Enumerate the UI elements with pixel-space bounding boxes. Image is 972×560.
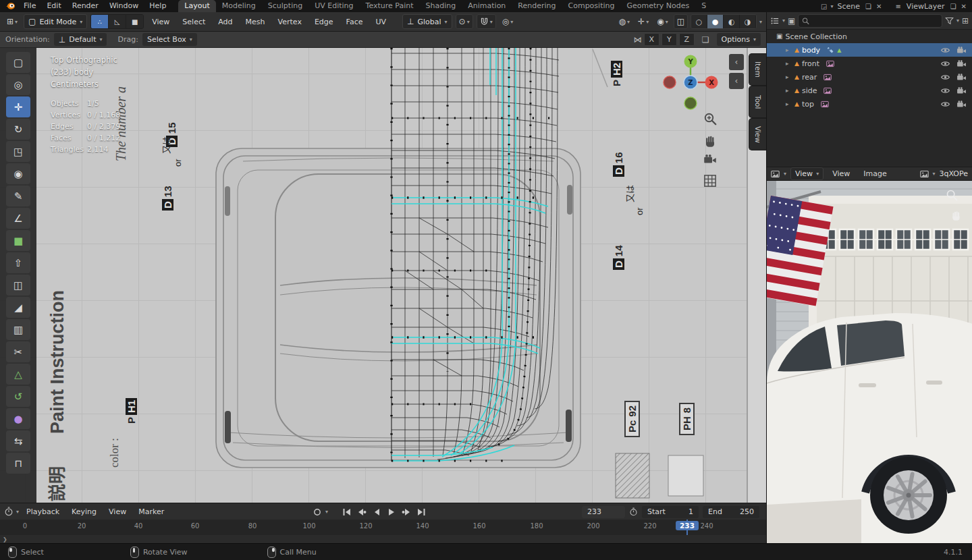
scene-new-icon[interactable]: ❏ bbox=[864, 3, 873, 10]
tool-move-button[interactable]: ✛ bbox=[6, 96, 30, 117]
tool-scale-button[interactable]: ◳ bbox=[6, 141, 30, 162]
tool-rotate-button[interactable]: ↻ bbox=[6, 119, 30, 140]
hide-eye-toggle[interactable] bbox=[940, 101, 950, 108]
jump-to-end-button[interactable] bbox=[414, 505, 428, 518]
pan-button[interactable] bbox=[703, 134, 717, 147]
tool-poly-build-button[interactable]: △ bbox=[6, 364, 30, 385]
mirror-y-toggle[interactable]: Y bbox=[662, 33, 677, 46]
xray-toggle[interactable]: ◫ bbox=[674, 14, 688, 29]
hide-eye-toggle[interactable] bbox=[940, 60, 950, 67]
overlays-selector[interactable]: ◉ ▾ bbox=[654, 15, 671, 28]
menu-mesh[interactable]: Mesh bbox=[241, 16, 270, 28]
tool-bevel-button[interactable]: ◢ bbox=[6, 297, 30, 318]
tool-smooth-button[interactable]: ● bbox=[6, 408, 30, 429]
outliner-editor-icon[interactable] bbox=[770, 17, 780, 25]
scene-selector[interactable]: Scene bbox=[836, 2, 863, 11]
zoom-button[interactable] bbox=[703, 112, 717, 125]
chevron-down-icon[interactable]: ▾ bbox=[16, 509, 19, 515]
menu-playback[interactable]: Playback bbox=[22, 505, 64, 518]
snap-base-icon[interactable]: ❏ bbox=[702, 36, 709, 44]
expand-icon[interactable]: ▸ bbox=[786, 60, 792, 67]
render-visibility-toggle[interactable] bbox=[956, 74, 967, 81]
outliner-row-body[interactable]: ▸ ▲ body ▲ bbox=[767, 43, 972, 57]
tool-measure-button[interactable]: ∠ bbox=[6, 208, 30, 229]
tab-rendering[interactable]: Rendering bbox=[512, 0, 562, 12]
tab-compositing[interactable]: Compositing bbox=[562, 0, 621, 12]
tab-animation[interactable]: Animation bbox=[462, 0, 512, 12]
scene-chevron-icon[interactable]: ▾ bbox=[831, 3, 834, 9]
shading-rendered-button[interactable]: ◑ bbox=[740, 15, 756, 28]
render-visibility-toggle[interactable] bbox=[956, 47, 967, 54]
expand-icon[interactable]: ▸ bbox=[786, 87, 792, 94]
region-expand-button[interactable]: ‹ bbox=[729, 54, 744, 70]
image-editor-icon[interactable] bbox=[771, 170, 780, 178]
snap-toggle[interactable]: ▾ bbox=[477, 14, 496, 29]
tool-loop-cut-button[interactable]: ▥ bbox=[6, 319, 30, 340]
viewlayer-selector[interactable]: ViewLayer bbox=[905, 2, 947, 11]
render-visibility-toggle[interactable] bbox=[956, 87, 967, 94]
timeline-track-area[interactable]: ❯ bbox=[0, 535, 766, 543]
hide-eye-toggle[interactable] bbox=[940, 87, 950, 94]
options-dropdown[interactable]: Options ▾ bbox=[717, 33, 761, 46]
tool-edge-slide-button[interactable]: ⇆ bbox=[6, 430, 30, 451]
use-preview-range-icon[interactable] bbox=[629, 507, 638, 516]
filter-icon[interactable] bbox=[945, 17, 954, 25]
play-reverse-button[interactable] bbox=[370, 505, 383, 518]
tab-geometry-nodes[interactable]: Geometry Nodes bbox=[620, 0, 695, 12]
proportional-edit-toggle[interactable]: ◎ ▾ bbox=[500, 15, 516, 28]
tool-annotate-button[interactable]: ✎ bbox=[6, 186, 30, 206]
render-visibility-toggle[interactable] bbox=[956, 60, 967, 67]
tab-layout[interactable]: Layout bbox=[178, 0, 215, 12]
frame-end-field[interactable]: End 250 bbox=[703, 506, 759, 518]
menu-help[interactable]: Help bbox=[144, 0, 171, 12]
edge-select-mode-button[interactable]: ◺ bbox=[109, 15, 126, 28]
timeline-editor-icon[interactable] bbox=[4, 507, 14, 516]
expand-icon[interactable]: ▸ bbox=[786, 74, 792, 80]
chevron-down-icon[interactable]: ▾ bbox=[956, 18, 959, 24]
jump-to-start-button[interactable] bbox=[340, 505, 354, 518]
search-input[interactable] bbox=[812, 16, 938, 26]
menu-select[interactable]: Select bbox=[178, 16, 210, 28]
pivot-point-selector[interactable]: ⊙ ▾ bbox=[456, 14, 473, 29]
outliner-search[interactable] bbox=[798, 14, 942, 28]
tool-rip-region-button[interactable]: ⊓ bbox=[6, 453, 30, 474]
outliner-row-top[interactable]: ▸ ▲ top bbox=[767, 97, 972, 111]
tool-inset-button[interactable]: ◫ bbox=[6, 275, 30, 296]
menu-timeline-view[interactable]: View bbox=[104, 505, 131, 518]
outliner-row-scene-collection[interactable]: ▣ Scene Collection bbox=[767, 30, 972, 43]
expand-icon[interactable]: ▸ bbox=[786, 101, 792, 107]
tool-add-cube-button[interactable]: ■ bbox=[6, 230, 30, 251]
menu-uv[interactable]: UV bbox=[371, 16, 391, 28]
previous-keyframe-button[interactable] bbox=[355, 505, 369, 518]
menu-edge[interactable]: Edge bbox=[310, 16, 338, 28]
playhead-frame-badge[interactable]: 233 bbox=[676, 521, 699, 530]
new-collection-button[interactable]: ⊞ bbox=[962, 17, 969, 25]
shading-solid-button[interactable]: ● bbox=[707, 15, 724, 28]
face-select-mode-button[interactable]: ■ bbox=[126, 15, 143, 28]
outliner-row-side[interactable]: ▸ ▲ side bbox=[767, 84, 972, 97]
editor-type-button[interactable]: ⊞ ▾ bbox=[4, 15, 20, 28]
mirror-z-toggle[interactable]: Z bbox=[679, 33, 695, 46]
gizmo-axis-negx[interactable] bbox=[664, 76, 676, 88]
image-name[interactable]: 3qXOPe bbox=[940, 169, 968, 178]
vertex-select-mode-button[interactable]: ∴ bbox=[91, 15, 109, 28]
transform-orientation-selector[interactable]: ⊥ Global ▾ bbox=[402, 14, 452, 29]
blender-logo-icon[interactable] bbox=[5, 2, 16, 10]
orientation-dropdown[interactable]: ⊥ Default ▾ bbox=[54, 33, 107, 46]
menu-add[interactable]: Add bbox=[213, 16, 237, 28]
menu-face[interactable]: Face bbox=[342, 16, 368, 28]
menu-edit[interactable]: Edit bbox=[41, 0, 66, 12]
outliner-row-rear[interactable]: ▸ ▲ rear bbox=[767, 70, 972, 84]
timeline-ruler[interactable]: 0 20 40 60 80 100 120 140 160 180 200 22… bbox=[0, 520, 766, 535]
region-expand-button-2[interactable]: ‹ bbox=[729, 73, 744, 89]
tool-cursor-button[interactable]: ◎ bbox=[6, 74, 30, 95]
menu-marker[interactable]: Marker bbox=[134, 505, 169, 518]
tab-uv-editing[interactable]: UV Editing bbox=[308, 0, 359, 12]
channel-expand-icon[interactable]: ❯ bbox=[3, 536, 7, 542]
viewlayer-remove-icon[interactable]: ✕ bbox=[960, 3, 968, 10]
menu-file[interactable]: File bbox=[18, 0, 41, 12]
gizmo-axis-negy[interactable] bbox=[684, 97, 697, 109]
outliner-row-front[interactable]: ▸ ▲ front bbox=[767, 57, 972, 70]
tab-shading[interactable]: Shading bbox=[420, 0, 462, 12]
autokey-chevron-icon[interactable]: ▾ bbox=[325, 509, 328, 515]
